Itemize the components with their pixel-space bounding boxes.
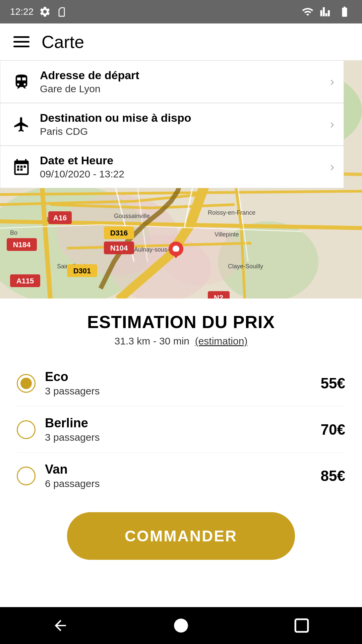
- status-left: 12:22: [10, 6, 67, 18]
- svg-rect-51: [17, 165, 19, 168]
- vehicle-option-van[interactable]: Van 6 passagers 85€: [17, 453, 345, 499]
- recents-button[interactable]: [288, 612, 315, 639]
- vehicle-van-passengers: 6 passagers: [45, 478, 321, 489]
- plane-icon: [10, 113, 33, 136]
- svg-text:Claye-Souilly: Claye-Souilly: [228, 263, 263, 270]
- svg-point-56: [174, 619, 188, 633]
- top-navigation: Carte: [0, 23, 362, 60]
- vehicle-eco-info: Eco 3 passagers: [45, 370, 321, 397]
- radio-van[interactable]: [17, 467, 36, 485]
- radio-berline[interactable]: [17, 420, 36, 439]
- departure-title: Adresse de départ: [40, 69, 330, 82]
- destination-chevron: ›: [330, 117, 334, 131]
- svg-text:Goussainville: Goussainville: [114, 213, 150, 219]
- simcard-icon: [56, 6, 67, 18]
- status-bar: 12:22: [0, 0, 362, 23]
- svg-text:Roissy-en-France: Roissy-en-France: [208, 209, 255, 216]
- vehicle-option-eco[interactable]: Eco 3 passagers 55€: [17, 360, 345, 407]
- vehicle-berline-info: Berline 3 passagers: [45, 416, 321, 443]
- svg-rect-55: [20, 168, 23, 171]
- svg-rect-53: [24, 165, 26, 168]
- datetime-chevron: ›: [330, 160, 334, 174]
- datetime-card[interactable]: Date et Heure 09/10/2020 - 13:22 ›: [0, 146, 344, 188]
- svg-text:D301: D301: [73, 267, 91, 275]
- departure-text: Adresse de départ Gare de Lyon: [33, 69, 330, 95]
- estimation-subtitle: 31.3 km - 30 min (estimation): [17, 335, 345, 347]
- svg-text:Bo: Bo: [10, 229, 17, 236]
- estimation-title: ESTIMATION DU PRIX: [17, 312, 345, 332]
- vehicle-berline-name: Berline: [45, 416, 321, 430]
- calendar-icon: [10, 155, 33, 179]
- destination-card[interactable]: Destination ou mise à dispo Paris CDG ›: [0, 103, 344, 146]
- vehicle-eco-passengers: 3 passagers: [45, 385, 321, 397]
- datetime-text: Date et Heure 09/10/2020 - 13:22: [33, 154, 330, 180]
- departure-chevron: ›: [330, 75, 334, 89]
- commander-button[interactable]: COMMANDER: [67, 512, 295, 560]
- estimation-distance: 31.3 km - 30 min: [115, 335, 189, 346]
- svg-text:A16: A16: [53, 214, 67, 222]
- vehicle-van-name: Van: [45, 462, 321, 477]
- departure-card[interactable]: Adresse de départ Gare de Lyon ›: [0, 60, 344, 103]
- svg-text:Villepinte: Villepinte: [215, 231, 239, 238]
- page-title: Carte: [42, 32, 84, 52]
- back-button[interactable]: [47, 612, 74, 639]
- signal-icon: [320, 6, 332, 18]
- wifi-icon: [301, 6, 314, 18]
- address-cards: Adresse de départ Gare de Lyon › Destina…: [0, 60, 344, 188]
- vehicle-eco-name: Eco: [45, 370, 321, 384]
- hamburger-menu-button[interactable]: [13, 36, 29, 47]
- map-container[interactable]: Saint-Maximin Roissy-en-France Goussainv…: [0, 60, 362, 299]
- vehicle-berline-passengers: 3 passagers: [45, 432, 321, 443]
- vehicle-option-berline[interactable]: Berline 3 passagers 70€: [17, 407, 345, 453]
- datetime-subtitle: 09/10/2020 - 13:22: [40, 168, 330, 180]
- svg-point-49: [173, 246, 179, 252]
- svg-text:D316: D316: [110, 229, 128, 237]
- home-button[interactable]: [168, 612, 194, 639]
- vehicle-berline-price: 70€: [321, 421, 345, 438]
- status-right: [301, 6, 352, 18]
- svg-rect-52: [20, 165, 23, 168]
- train-icon: [10, 70, 33, 94]
- svg-text:N184: N184: [13, 240, 31, 249]
- svg-text:N104: N104: [110, 244, 128, 252]
- vehicle-van-price: 85€: [321, 468, 345, 484]
- gear-icon: [39, 6, 51, 18]
- svg-text:A115: A115: [16, 277, 34, 285]
- battery-icon: [337, 6, 352, 18]
- departure-subtitle: Gare de Lyon: [40, 83, 330, 95]
- status-time: 12:22: [10, 6, 34, 17]
- estimation-link[interactable]: (estimation): [195, 335, 248, 346]
- estimation-section: ESTIMATION DU PRIX 31.3 km - 30 min (est…: [0, 299, 362, 570]
- datetime-title: Date et Heure: [40, 154, 330, 167]
- svg-rect-54: [17, 168, 19, 171]
- destination-text: Destination ou mise à dispo Paris CDG: [33, 111, 330, 137]
- vehicle-eco-price: 55€: [321, 375, 345, 392]
- bottom-navigation: [0, 607, 362, 644]
- svg-text:N2: N2: [214, 293, 223, 299]
- radio-eco[interactable]: [17, 374, 36, 393]
- destination-subtitle: Paris CDG: [40, 126, 330, 137]
- vehicle-van-info: Van 6 passagers: [45, 462, 321, 489]
- svg-rect-57: [295, 619, 308, 632]
- destination-title: Destination ou mise à dispo: [40, 111, 330, 124]
